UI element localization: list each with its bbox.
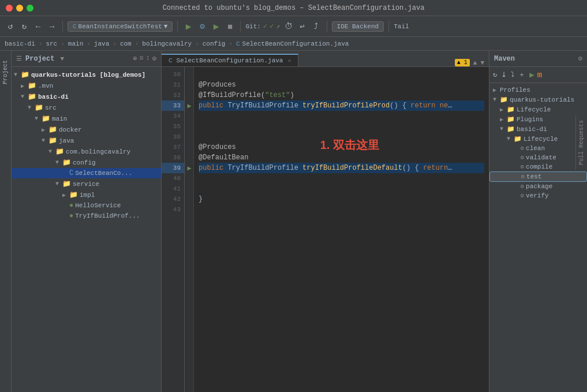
- maven-item-package[interactable]: ⚙ package: [489, 182, 587, 191]
- breadcrumb-file[interactable]: C: [236, 40, 240, 47]
- code-line-38: @DefaultBean: [199, 152, 484, 163]
- project-panel-header: ☰ Project ▼ ⊕ ≡ ↕ ⚙: [12, 51, 161, 67]
- maven-toolbar: ↻ ⤓ ⤵ ＋ ▶ m: [489, 67, 587, 83]
- git-push-icon[interactable]: ⤴: [311, 21, 322, 32]
- run-config-selector[interactable]: C BeanInstanceSwitchTest ▼: [68, 21, 173, 32]
- minimize-button[interactable]: [16, 5, 23, 12]
- tree-item-tryifbuildprof[interactable]: ● TryIfBuildProf...: [12, 211, 161, 221]
- maven-item-plugins[interactable]: ▶ 📁 Plugins: [489, 114, 587, 124]
- package-gear-icon: ⚙: [521, 183, 524, 190]
- maven-item-lifecycle2[interactable]: ▼ 📁 Lifecycle: [489, 134, 587, 144]
- git-history-icon[interactable]: ⏱: [283, 21, 294, 32]
- tree-item-config[interactable]: ▼ 📁 config: [12, 157, 161, 168]
- maven-item-validate[interactable]: ⚙ validate: [489, 153, 587, 162]
- maven-item-clean[interactable]: ⚙ clean: [489, 144, 587, 153]
- maven-m-icon: m: [537, 70, 542, 80]
- code-line-40: [199, 173, 484, 184]
- tree-item-basic-di[interactable]: ▼ 📁 basic-di: [12, 91, 161, 102]
- sep4: [327, 21, 327, 32]
- breadcrumb-filename[interactable]: SelectBeanConfiguration.java: [242, 40, 349, 47]
- expand-icon[interactable]: ↕: [146, 54, 150, 63]
- tree-item-service[interactable]: ▼ 📁 service: [12, 178, 161, 189]
- tree-item-helloservice[interactable]: ● HelloService: [12, 200, 161, 211]
- maven-panel: Maven ⚙ ↻ ⤓ ⤵ ＋ ▶ m ▶ Profiles ▼ 📁 quark…: [489, 51, 587, 392]
- tab-close-icon[interactable]: ✕: [287, 57, 291, 64]
- ide-backend-button[interactable]: IDE Backend: [332, 21, 384, 32]
- code-editor[interactable]: @Produces @IfBuildProfile("test") public…: [194, 67, 489, 392]
- pull-requests-panel: Pull Requests: [575, 115, 587, 170]
- stop-icon[interactable]: ◼: [224, 21, 235, 32]
- test-gear-icon: ⚙: [521, 173, 525, 180]
- code-line-39: public TryIfBuildProfile tryIfBuildProfi…: [199, 163, 484, 173]
- git-revert-icon[interactable]: ↩: [297, 21, 308, 32]
- clean-gear-icon: ⚙: [521, 145, 524, 152]
- scroll-up-icon[interactable]: ▲: [473, 59, 477, 66]
- maximize-button[interactable]: [27, 5, 33, 12]
- tree-item-mvn[interactable]: ▶ 📁 .mvn: [12, 80, 161, 91]
- tree-item-impl[interactable]: ▶ 📁 impl: [12, 189, 161, 200]
- toolbar: ↺ ↻ ← → C BeanInstanceSwitchTest ▼ ▶ ⚙ ▶…: [0, 16, 587, 37]
- git-check2-icon: ✓: [270, 22, 274, 31]
- run2-button[interactable]: ▶: [210, 21, 222, 32]
- run-button[interactable]: ▶: [182, 21, 194, 32]
- tree-item-root[interactable]: ▼ 📁 quarkus-tutorials [blog_demos]: [12, 69, 161, 80]
- maven-download-icon[interactable]: ⤓: [500, 69, 508, 80]
- tree-item-com[interactable]: ▼ 📁 com.bolingcavalry: [12, 146, 161, 157]
- breadcrumb-item[interactable]: src: [46, 40, 57, 47]
- tree-item-docker[interactable]: ▶ 📁 docker: [12, 124, 161, 135]
- breadcrumb-item[interactable]: java: [94, 40, 109, 47]
- code-line-42: }: [199, 194, 484, 204]
- locate-icon[interactable]: ⊕: [133, 54, 137, 63]
- scroll-down-icon[interactable]: ▼: [480, 59, 484, 66]
- editor-tab-selectbean[interactable]: C SelectBeanConfiguration.java ✕: [162, 54, 298, 66]
- breadcrumb-item[interactable]: bolingcavalry: [142, 40, 192, 47]
- back-icon[interactable]: ↺: [5, 21, 16, 32]
- breadcrumb-item[interactable]: basic-di: [5, 40, 35, 47]
- maven-download2-icon[interactable]: ⤵: [510, 69, 515, 80]
- tree-item-java[interactable]: ▼ 📁 java: [12, 135, 161, 146]
- breadcrumb-item[interactable]: com: [120, 40, 132, 47]
- code-line-33: public TryIfBuildProfile tryIfBuildProfi…: [199, 100, 484, 111]
- breadcrumb: basic-di › src › main › java › com › bol…: [0, 37, 587, 51]
- vtab-project[interactable]: Project: [1, 55, 10, 89]
- maven-item-test[interactable]: ⚙ test: [489, 171, 587, 182]
- main-area: Project ☰ Project ▼ ⊕ ≡ ↕ ⚙ ▼ 📁 quarkus-…: [0, 51, 587, 392]
- maven-item-profiles[interactable]: ▶ Profiles: [489, 85, 587, 95]
- code-line-32: @IfBuildProfile("test"): [199, 90, 484, 100]
- tree-item-selectbeanconfig[interactable]: C SelectBeanCo...: [12, 168, 161, 178]
- maven-item-basic-di[interactable]: ▼ 📁 basic-di: [489, 124, 587, 134]
- vtab-pull-requests[interactable]: Pull Requests: [577, 115, 586, 170]
- git-check-icon: ✓: [263, 22, 267, 31]
- settings-icon[interactable]: ⚙: [152, 54, 156, 63]
- code-line-41: [199, 184, 484, 194]
- maven-item-compile[interactable]: ⚙ compile: [489, 162, 587, 171]
- titlebar: Connected to ubuntu's blog_demos – Selec…: [0, 0, 587, 16]
- maven-item-verify[interactable]: ⚙ verify: [489, 191, 587, 200]
- verify-gear-icon: ⚙: [521, 192, 524, 199]
- maven-item-quarkus[interactable]: ▼ 📁 quarkus-tutorials: [489, 95, 587, 104]
- collapse-icon[interactable]: ≡: [139, 54, 143, 63]
- code-line-43: [199, 204, 484, 215]
- maven-run-icon[interactable]: ▶: [528, 69, 535, 81]
- breadcrumb-item[interactable]: config: [203, 40, 226, 47]
- project-panel: ☰ Project ▼ ⊕ ≡ ↕ ⚙ ▼ 📁 quarkus-tutorial…: [12, 51, 162, 392]
- maven-tree: ▶ Profiles ▼ 📁 quarkus-tutorials ▶ 📁 Lif…: [489, 83, 587, 203]
- breadcrumb-item[interactable]: main: [68, 40, 83, 47]
- line-numbers: 30 31 32 33 34 35 36 37 38 39 40 41 42 4…: [162, 67, 185, 392]
- sep2: [177, 21, 178, 32]
- tree-item-main[interactable]: ▼ 📁 main: [12, 113, 161, 124]
- maven-reload-icon[interactable]: ↻: [492, 69, 498, 80]
- maven-header: Maven ⚙: [489, 51, 587, 67]
- code-line-35: [199, 121, 484, 132]
- forward-nav-icon[interactable]: →: [46, 21, 58, 32]
- refresh-icon[interactable]: ↻: [18, 21, 30, 32]
- window-title: Connected to ubuntu's blog_demos – Selec…: [163, 4, 425, 12]
- tree-item-src[interactable]: ▼ 📁 src: [12, 102, 161, 113]
- compile-gear-icon: ⚙: [521, 163, 524, 170]
- maven-item-lifecycle1[interactable]: ▶ 📁 Lifecycle: [489, 104, 587, 114]
- maven-settings-icon[interactable]: ⚙: [578, 54, 582, 63]
- close-button[interactable]: [6, 5, 13, 12]
- back-nav-icon[interactable]: ←: [32, 21, 44, 32]
- build-icon[interactable]: ⚙: [196, 21, 208, 32]
- maven-add-icon[interactable]: ＋: [517, 69, 526, 81]
